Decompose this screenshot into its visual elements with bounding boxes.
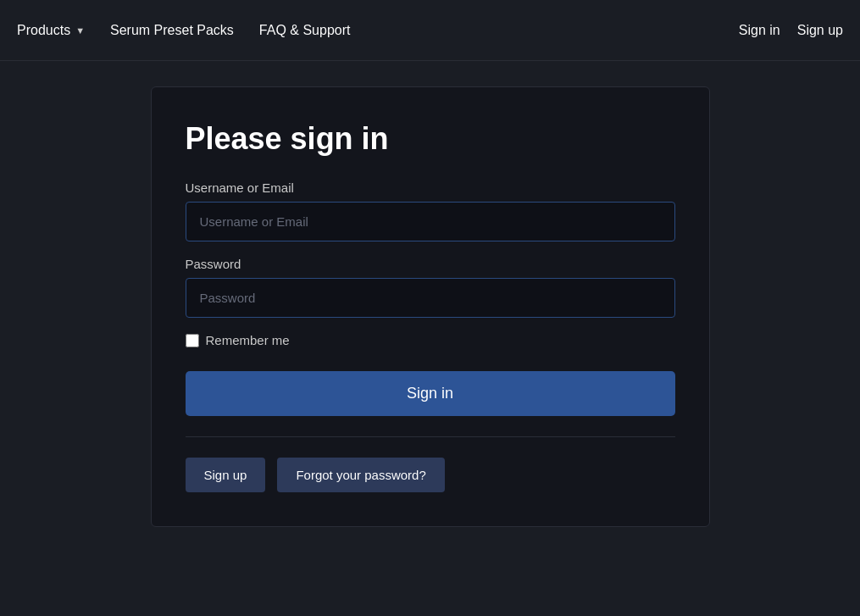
remember-group: Remember me	[186, 333, 675, 347]
nav-products-dropdown[interactable]: Products ▼	[17, 23, 85, 38]
divider	[186, 436, 675, 437]
nav-right: Sign in Sign up	[739, 23, 843, 38]
remember-label: Remember me	[206, 333, 290, 347]
navbar: Products ▼ Serum Preset Packs FAQ & Supp…	[0, 0, 860, 61]
password-group: Password	[186, 257, 675, 318]
nav-signin[interactable]: Sign in	[739, 23, 780, 38]
password-input[interactable]	[186, 278, 675, 318]
username-input[interactable]	[186, 202, 675, 241]
username-group: Username or Email	[186, 180, 675, 241]
main-content: Please sign in Username or Email Passwor…	[0, 61, 860, 552]
remember-checkbox[interactable]	[186, 334, 199, 347]
chevron-down-icon: ▼	[75, 25, 85, 36]
products-label: Products	[17, 23, 70, 38]
signin-button[interactable]: Sign in	[186, 371, 675, 416]
nav-faq[interactable]: FAQ & Support	[259, 23, 351, 38]
nav-signup[interactable]: Sign up	[797, 23, 843, 38]
password-label: Password	[186, 257, 675, 271]
nav-serum-presets[interactable]: Serum Preset Packs	[110, 23, 234, 38]
nav-left: Products ▼ Serum Preset Packs FAQ & Supp…	[17, 23, 739, 38]
username-label: Username or Email	[186, 180, 675, 195]
forgot-password-button[interactable]: Forgot your password?	[277, 458, 444, 492]
signin-card: Please sign in Username or Email Passwor…	[151, 86, 710, 527]
signin-title: Please sign in	[186, 121, 675, 157]
signup-button[interactable]: Sign up	[186, 458, 266, 492]
bottom-actions: Sign up Forgot your password?	[186, 458, 675, 492]
